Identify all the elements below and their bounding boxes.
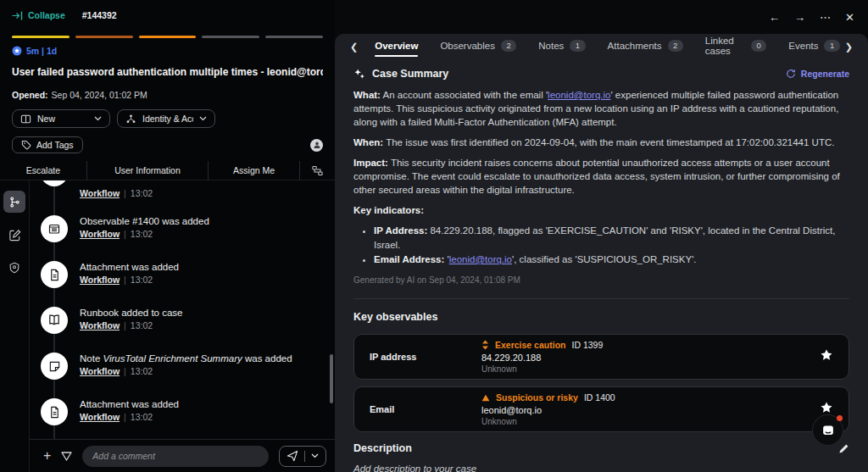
collapse-label: Collapse xyxy=(28,10,65,20)
timeline-event-source-link[interactable]: Workflow xyxy=(80,412,120,422)
opened-value: Sep 04, 2024, 01:02 PM xyxy=(52,90,147,100)
timeline-event-meta: Workflow|13:02 xyxy=(80,229,328,239)
status-dropdown-value: New xyxy=(37,114,88,124)
security-view-button[interactable] xyxy=(3,257,25,279)
observable-status: Unknown xyxy=(481,417,820,426)
tab-linked-cases[interactable]: Linked cases0 xyxy=(705,34,767,62)
chevron-down-icon xyxy=(311,453,319,458)
timeline-event-meta: Workflow|13:02 xyxy=(80,412,328,422)
sla-timer-text: 5m | 1d xyxy=(26,46,57,56)
tab-count-badge: 1 xyxy=(824,40,839,52)
key-observables-list: IP addressExercise cautionID 139984.229.… xyxy=(353,334,849,432)
regenerate-button[interactable]: Regenerate xyxy=(786,69,849,79)
status-dropdown[interactable]: New xyxy=(12,109,110,128)
email-link[interactable]: leonid@torq.io xyxy=(449,254,512,264)
timeline-event-source-link[interactable]: Workflow xyxy=(80,366,120,376)
send-comment-button[interactable] xyxy=(279,446,326,467)
timeline-event: Attachment was addedWorkflow|13:02 xyxy=(30,259,335,305)
case-panel: Collapse #144392 5m | 1d User failed pas… xyxy=(0,0,335,472)
tabs-scroll-right[interactable]: ❯ xyxy=(840,42,858,53)
summary-paragraph: What: An account associated with the ema… xyxy=(353,88,849,129)
tab-overview[interactable]: Overview xyxy=(375,37,418,57)
tab-label: Overview xyxy=(375,41,418,51)
back-button[interactable]: ← xyxy=(769,12,780,23)
paragraph-label: What: xyxy=(353,90,381,100)
collapse-icon xyxy=(12,11,23,20)
assignee-avatar[interactable] xyxy=(310,139,323,152)
more-menu-button[interactable]: ⋯ xyxy=(820,12,831,23)
close-button[interactable]: ✕ xyxy=(845,12,854,23)
category-dropdown[interactable]: Identity & Acces... xyxy=(117,109,215,128)
observable-card: IP addressExercise cautionID 139984.229.… xyxy=(353,334,849,380)
paragraph-label: Key indicators: xyxy=(353,205,424,215)
actions-workflow-button[interactable] xyxy=(299,161,335,180)
summary-key-indicators: IP Address: 84.229.20.188, flagged as 'E… xyxy=(353,224,849,267)
add-tags-button[interactable]: Add Tags xyxy=(12,136,83,153)
case-summary-header: Case Summary Regenerate xyxy=(353,68,849,80)
tag-icon xyxy=(21,140,31,150)
sla-bar-segment xyxy=(265,36,323,38)
severity-badge: Suspicious or risky xyxy=(496,392,578,403)
tab-count-badge: 0 xyxy=(751,40,766,52)
tab-attachments[interactable]: Attachments2 xyxy=(608,36,683,58)
tab-observables[interactable]: Observables2 xyxy=(440,36,516,58)
tab-notes[interactable]: Notes1 xyxy=(538,36,585,58)
timeline-view-button[interactable] xyxy=(3,191,25,213)
chevron-down-icon xyxy=(94,116,102,121)
collapse-button[interactable]: Collapse xyxy=(12,10,65,20)
tab-label: Notes xyxy=(538,41,564,51)
timeline-event-time: 13:02 xyxy=(131,320,153,330)
case-detail-drawer: ← → ⋯ ✕ ❮ OverviewObservables2Notes1Atta… xyxy=(335,0,868,472)
action-assign-me[interactable]: Assign Me xyxy=(208,161,299,180)
edit-description-pencil-icon[interactable] xyxy=(838,443,849,454)
observable-icon xyxy=(41,215,68,242)
action-user-information[interactable]: User Information xyxy=(86,161,208,180)
paragraph-label: IP Address: xyxy=(374,225,427,236)
description-placeholder: Add description to your case xyxy=(353,464,849,472)
person-icon xyxy=(313,141,321,149)
detail-tabs: OverviewObservables2Notes1Attachments2Li… xyxy=(375,34,840,62)
forward-button[interactable]: → xyxy=(794,12,805,23)
timeline-event: Observable #1400 was addedWorkflow|13:02 xyxy=(30,214,335,259)
category-nodes-icon xyxy=(125,114,136,125)
action-escalate[interactable]: Escalate xyxy=(0,161,86,180)
summary-paragraph: Impact: This security incident raises co… xyxy=(353,156,849,197)
tab-events[interactable]: Events1 xyxy=(788,36,839,58)
detail-body: ❮ OverviewObservables2Notes1Attachments2… xyxy=(335,34,868,472)
timeline-event-meta: Workflow|13:02 xyxy=(80,366,328,376)
sla-clock-icon xyxy=(12,46,22,56)
comment-input[interactable] xyxy=(82,446,269,467)
observable-id: ID 1399 xyxy=(571,340,603,350)
edit-note-icon xyxy=(8,229,21,242)
tabs-scroll-left[interactable]: ❮ xyxy=(345,42,363,53)
observable-card: EmailSuspicious or riskyID 1400leonid@to… xyxy=(353,386,849,432)
case-field-row: New Identity & Acces... xyxy=(12,109,323,128)
severity-badge: Exercise caution xyxy=(495,340,565,350)
timeline-event-source-link[interactable]: Workflow xyxy=(80,188,120,198)
timeline-event-source-link[interactable]: Workflow xyxy=(80,229,120,239)
tab-count-badge: 2 xyxy=(501,40,516,52)
timeline-event-source-link[interactable]: Workflow xyxy=(80,320,120,330)
summary-paragraph: Key indicators: xyxy=(353,203,849,217)
regenerate-label: Regenerate xyxy=(801,69,849,79)
filter-funnel-icon[interactable] xyxy=(61,452,72,461)
timeline-event-icon xyxy=(41,180,68,186)
timeline-event-source-link[interactable]: Workflow xyxy=(80,275,120,285)
meta-separator: | xyxy=(124,366,126,376)
email-link[interactable]: leonid@torq.io xyxy=(548,90,610,100)
notes-view-button[interactable] xyxy=(3,224,25,246)
chat-widget-button[interactable] xyxy=(813,415,843,445)
case-summary-title: Case Summary xyxy=(372,68,448,80)
sla-bar-segment xyxy=(12,36,70,38)
refresh-icon xyxy=(786,69,796,79)
detail-tabbar: ❮ OverviewObservables2Notes1Attachments2… xyxy=(335,34,868,57)
board-icon xyxy=(20,114,31,125)
chat-bubble-icon xyxy=(821,423,836,438)
meta-separator: | xyxy=(124,412,126,422)
add-attachment-button[interactable]: + xyxy=(43,449,51,463)
star-icon[interactable] xyxy=(820,348,833,365)
shield-icon xyxy=(8,262,20,274)
sla-bar-segment xyxy=(75,36,133,38)
timeline-event-time: 13:02 xyxy=(131,229,153,239)
timeline-scrollbar[interactable] xyxy=(330,354,333,403)
